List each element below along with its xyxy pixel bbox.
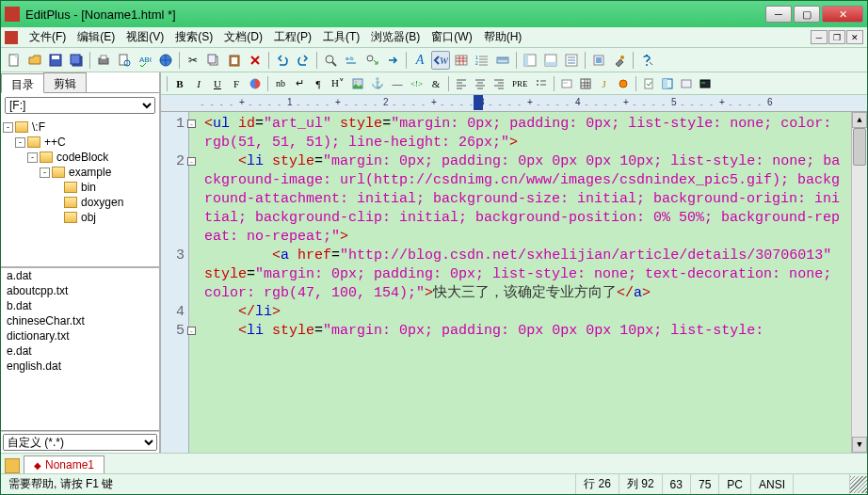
tree-item[interactable]: obj xyxy=(3,210,157,225)
resize-grip[interactable] xyxy=(850,476,867,493)
undo-icon[interactable] xyxy=(273,51,292,70)
style-icon[interactable] xyxy=(678,75,695,92)
mdi-minimize-button[interactable]: ─ xyxy=(811,30,828,44)
save-all-icon[interactable] xyxy=(67,51,86,70)
directory-panel-icon[interactable] xyxy=(521,51,539,70)
object-icon[interactable] xyxy=(615,75,632,92)
scroll-up-icon[interactable]: ▲ xyxy=(852,112,867,128)
line-numbers-icon[interactable]: 12 xyxy=(473,51,491,70)
fold-toggle-icon[interactable]: - xyxy=(187,327,196,335)
document-tab[interactable]: ◆ Noname1 xyxy=(24,455,104,473)
list-icon[interactable] xyxy=(533,75,550,92)
paragraph-icon[interactable]: ¶ xyxy=(310,75,327,92)
cut-icon[interactable]: ✂ xyxy=(184,51,202,70)
output-panel-icon[interactable] xyxy=(541,51,560,70)
line-number[interactable]: 1- xyxy=(161,115,185,152)
menu-item[interactable]: 文档(D) xyxy=(218,27,268,47)
menu-item[interactable]: 窗口(W) xyxy=(426,27,477,47)
nbsp-icon[interactable]: nb xyxy=(272,75,289,92)
minimize-button[interactable]: ─ xyxy=(765,6,792,23)
help-icon[interactable] xyxy=(637,51,656,70)
tree-item[interactable]: -++C xyxy=(3,135,157,150)
code-editor[interactable]: 1-2-345- <ul id="art_ul" style="margin: … xyxy=(161,112,867,453)
tree-item[interactable]: bin xyxy=(3,180,157,195)
menu-item[interactable]: 工程(P) xyxy=(268,27,317,47)
script-icon[interactable]: J xyxy=(596,75,613,92)
paste-icon[interactable] xyxy=(225,51,244,70)
file-item[interactable]: e.dat xyxy=(1,343,159,359)
run-icon[interactable] xyxy=(697,75,714,92)
line-gutter[interactable]: 1-2-345- xyxy=(161,112,189,453)
scroll-down-icon[interactable]: ▼ xyxy=(852,437,867,453)
menu-item[interactable]: 编辑(E) xyxy=(72,27,121,47)
color-picker-icon[interactable] xyxy=(247,75,264,92)
align-center-icon[interactable] xyxy=(472,75,489,92)
tools-icon[interactable] xyxy=(610,51,629,70)
settings-icon[interactable] xyxy=(589,51,608,70)
align-left-icon[interactable] xyxy=(453,75,470,92)
hr-icon[interactable]: — xyxy=(389,75,406,92)
tree-item[interactable]: doxygen xyxy=(3,195,157,210)
sidebar-tab-cliptext[interactable]: 剪辑 xyxy=(43,72,87,92)
fold-toggle-icon[interactable]: - xyxy=(187,120,196,128)
cliptext-panel-icon[interactable] xyxy=(562,51,581,70)
titlebar[interactable]: EditPlus - [Noname1.html *] ─ ▢ ✕ xyxy=(1,1,867,27)
ruler-caret[interactable] xyxy=(474,95,483,110)
find-icon[interactable] xyxy=(321,51,340,70)
copy-icon[interactable] xyxy=(204,51,223,70)
tab-list-icon[interactable] xyxy=(5,458,20,473)
menu-item[interactable]: 帮助(H) xyxy=(478,27,528,47)
folder-tree[interactable]: -\:F-++C-codeBlock-examplebindoxygenobj xyxy=(1,118,159,268)
maximize-button[interactable]: ▢ xyxy=(794,6,820,23)
tree-toggle-icon[interactable]: - xyxy=(3,122,13,133)
tree-toggle-icon[interactable]: - xyxy=(27,152,38,163)
menu-item[interactable]: 文件(F) xyxy=(24,27,72,47)
spellcheck-icon[interactable]: ABC xyxy=(136,51,154,70)
mdi-close-button[interactable]: ✕ xyxy=(846,30,863,44)
close-button[interactable]: ✕ xyxy=(822,6,863,23)
bold-icon[interactable]: B xyxy=(171,75,188,92)
save-icon[interactable] xyxy=(46,51,65,70)
file-filter-select[interactable]: 自定义 (*.*) xyxy=(3,434,157,451)
font-italic-icon[interactable]: A xyxy=(410,51,429,70)
tree-item[interactable]: -\:F xyxy=(3,120,157,135)
table-icon[interactable] xyxy=(577,75,594,92)
tree-item[interactable]: -codeBlock xyxy=(3,150,157,165)
italic-icon[interactable]: I xyxy=(190,75,207,92)
replace-icon[interactable]: a-b xyxy=(342,51,361,70)
code-content[interactable]: <ul id="art_ul" style="margin: 0px; padd… xyxy=(189,112,851,453)
file-item[interactable]: english.dat xyxy=(1,359,159,374)
wordwrap-icon[interactable]: W xyxy=(431,51,450,70)
print-preview-icon[interactable] xyxy=(115,51,134,70)
tree-item[interactable]: -example xyxy=(3,165,157,180)
sidebar-tab-directory[interactable]: 目录 xyxy=(1,73,44,93)
tree-toggle-icon[interactable]: - xyxy=(15,137,25,148)
new-file-icon[interactable] xyxy=(5,51,24,70)
line-number[interactable]: 2- xyxy=(161,152,185,247)
file-item[interactable]: dictionary.txt xyxy=(1,328,159,343)
goto-icon[interactable] xyxy=(383,51,402,70)
menu-item[interactable]: 搜索(S) xyxy=(169,27,218,47)
open-file-icon[interactable] xyxy=(25,51,44,70)
validation-icon[interactable] xyxy=(640,75,657,92)
special-char-icon[interactable]: & xyxy=(427,75,444,92)
font-icon[interactable]: F xyxy=(228,75,245,92)
ruler-toggle-icon[interactable] xyxy=(493,51,512,70)
anchor-icon[interactable]: ⚓ xyxy=(368,75,387,92)
file-item[interactable]: a.dat xyxy=(1,268,159,283)
file-item[interactable]: chineseChar.txt xyxy=(1,313,159,328)
align-right-icon[interactable] xyxy=(490,75,507,92)
find-next-icon[interactable] xyxy=(362,51,381,70)
vertical-scrollbar[interactable]: ▲ ▼ xyxy=(851,112,867,453)
menu-item[interactable]: 视图(V) xyxy=(121,27,169,47)
scroll-thumb[interactable] xyxy=(853,128,866,166)
file-item[interactable]: aboutcpp.txt xyxy=(1,283,159,298)
indent-guide-icon[interactable] xyxy=(452,51,471,70)
ruler[interactable]: +--------1+--------2+--------3+--------4… xyxy=(161,95,867,112)
file-item[interactable]: b.dat xyxy=(1,298,159,313)
line-number[interactable]: 4 xyxy=(161,303,185,322)
file-list[interactable]: a.databoutcpp.txtb.datchineseChar.txtdic… xyxy=(1,268,159,431)
mdi-restore-button[interactable]: ❐ xyxy=(828,30,845,44)
underline-icon[interactable]: U xyxy=(209,75,226,92)
break-icon[interactable]: ↵ xyxy=(291,75,308,92)
